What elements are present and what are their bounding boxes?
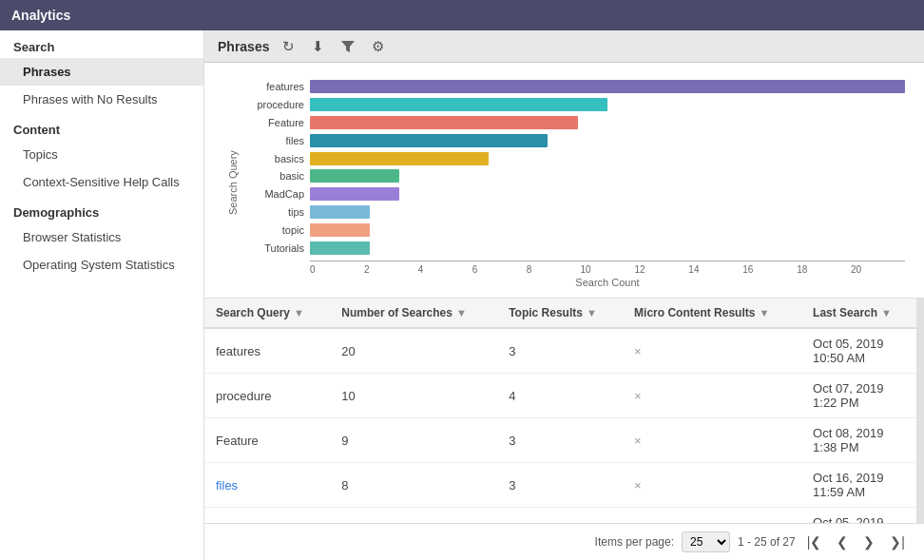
bar-label: features [242,81,304,92]
cell-count: 10 [330,374,497,418]
bar-track [310,169,905,183]
chart-x-label: Search Count [310,277,905,288]
content-header: Phrases ↻ ⬇ ⚙ [204,30,924,63]
bars-area: featuresprocedureFeaturefilesbasicsbasic… [242,78,905,261]
cell-query[interactable]: files [204,463,330,508]
table-row: Feature93×Oct 08, 2019 1:38 PM [204,418,916,463]
col-header-count: Number of Searches▼ [330,299,497,328]
filter-button[interactable] [337,38,358,55]
bar-fill [310,169,399,183]
bar-label: Tutorials [242,242,304,254]
bar-row: basic [242,167,905,184]
sidebar-item-os-stats[interactable]: Operating System Statistics [0,251,203,279]
bar-label: basic [242,170,304,182]
cell-query: Feature [204,418,330,463]
x-tick: 14 [688,264,742,275]
next-page-button[interactable]: ❯ [859,532,878,551]
sidebar-item-phrases-no-results[interactable]: Phrases with No Results [0,86,203,113]
bar-row: topic [242,222,905,239]
cell-micro-content: × [623,463,801,508]
bar-label: files [242,135,304,146]
x-tick: 8 [527,264,581,275]
table-row: procedure104×Oct 07, 2019 1:22 PM [204,374,916,418]
last-page-button[interactable]: ❯| [886,532,909,551]
sidebar-item-browser-stats[interactable]: Browser Statistics [0,223,203,251]
chart-y-label: Search Query [223,78,242,288]
bar-label: Feature [242,117,304,128]
items-per-page-label: Items per page: [595,535,674,549]
sidebar-item-topics[interactable]: Topics [0,141,203,168]
bar-label: tips [242,206,304,218]
bar-label: procedure [242,99,304,110]
cell-micro-content: × [623,508,801,524]
prev-page-button[interactable]: ❮ [833,532,852,551]
bar-fill [310,116,578,129]
content-area: Phrases ↻ ⬇ ⚙ Search Query featuresproce… [204,30,924,560]
cell-last-search: Oct 07, 2019 1:22 PM [801,374,916,418]
x-tick: 18 [797,264,851,275]
x-tick: 12 [634,264,688,275]
x-tick: 6 [472,264,527,275]
cell-micro-content: × [623,328,801,374]
sidebar-section-content: Content [0,113,203,141]
col-filter-icon[interactable]: ▼ [881,307,892,319]
bar-row: procedure [242,96,905,113]
cell-count: 6 [330,508,497,524]
bar-track [310,205,905,219]
sidebar: SearchPhrasesPhrases with No ResultsCont… [0,30,204,560]
x-tick: 4 [418,264,472,275]
sidebar-item-context-sensitive[interactable]: Context-Sensitive Help Calls [0,168,203,196]
table-row: features203×Oct 05, 2019 10:50 AM [204,328,916,374]
first-page-button[interactable]: |❮ [803,532,826,551]
table-row: files83×Oct 16, 2019 11:59 AM [204,463,916,508]
cell-topic-results: 3 [497,328,623,374]
scrollbar[interactable] [916,299,924,523]
bar-track [310,80,905,93]
chart-container: featuresprocedureFeaturefilesbasicsbasic… [242,78,905,288]
x-tick: 10 [581,264,635,275]
bar-fill [310,152,489,165]
bar-fill [310,187,399,201]
bar-fill [310,241,370,255]
cell-query: basics [204,508,330,524]
refresh-button[interactable]: ↻ [279,36,298,57]
bar-fill [310,205,370,219]
main-layout: SearchPhrasesPhrases with No ResultsCont… [0,30,924,560]
bar-fill [310,134,548,147]
x-tick: 20 [851,264,905,275]
col-filter-icon[interactable]: ▼ [294,307,304,319]
cell-last-search: Oct 08, 2019 1:38 PM [801,418,916,463]
items-per-page-select[interactable]: 102550100 [682,531,730,552]
col-filter-icon[interactable]: ▼ [587,307,597,319]
cell-topic-results: 3 [497,418,623,463]
content-title: Phrases [218,39,269,54]
bar-row: basics [242,150,905,167]
col-filter-icon[interactable]: ▼ [456,307,467,319]
bar-label: topic [242,224,304,236]
bar-track [310,241,905,255]
col-header-last_search: Last Search▼ [801,299,916,328]
bar-fill [310,80,905,93]
col-filter-icon[interactable]: ▼ [759,307,769,319]
x-tick: 16 [742,264,797,275]
x-tick: 2 [364,264,418,275]
pagination-bar: Items per page: 102550100 1 - 25 of 27 |… [204,523,924,560]
cell-topic-results: 1 [497,508,623,524]
settings-button[interactable]: ⚙ [368,36,388,57]
app-title: Analytics [11,8,70,23]
chart-area: Search Query featuresprocedureFeaturefil… [204,63,924,299]
x-axis: 02468101214161820 [310,261,905,275]
cell-micro-content: × [623,418,801,463]
bar-track [310,187,905,201]
table-area[interactable]: Search Query▼Number of Searches▼Topic Re… [204,299,916,523]
bar-row: Tutorials [242,240,905,257]
bar-fill [310,223,370,237]
download-button[interactable]: ⬇ [308,36,328,57]
cell-last-search: Oct 16, 2019 11:59 AM [801,463,916,508]
table-row: basics61×Oct 05, 2019 10:48 AM [204,508,916,524]
bar-label: MadCap [242,188,304,200]
cell-micro-content: × [623,374,801,418]
cell-count: 20 [330,328,497,374]
sidebar-item-phrases[interactable]: Phrases [0,58,203,86]
col-header-topic_results: Topic Results▼ [497,299,623,328]
